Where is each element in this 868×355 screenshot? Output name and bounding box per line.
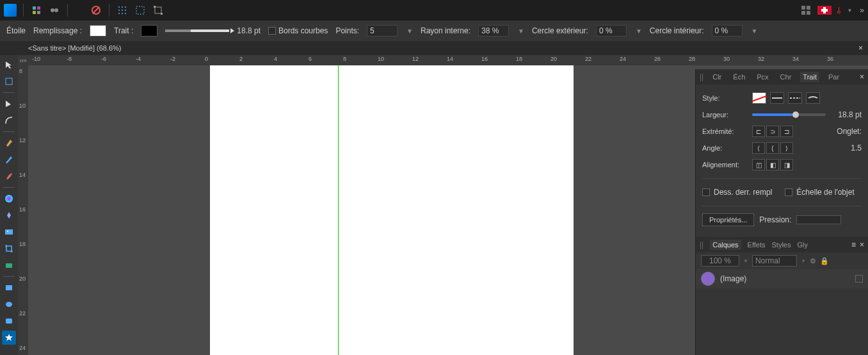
fill-swatch[interactable] — [90, 25, 106, 37]
move-tool-icon[interactable] — [2, 58, 16, 72]
tab-stroke[interactable]: Trait — [800, 72, 819, 82]
fill-tool-icon[interactable] — [2, 192, 16, 206]
layer-gear-icon[interactable]: ⚙ — [810, 257, 816, 265]
cap-square-button[interactable]: ⊐ — [780, 126, 793, 137]
svg-point-31 — [6, 302, 12, 307]
corner-tool-icon[interactable] — [2, 113, 16, 128]
cap-round-button[interactable]: ⊃ — [766, 126, 779, 137]
ellipse-tool-icon[interactable] — [2, 297, 16, 311]
stroke-swatch[interactable] — [141, 25, 157, 37]
layer-visibility-checkbox[interactable] — [855, 275, 863, 283]
canvas-page[interactable] — [210, 65, 574, 355]
place-image-tool-icon[interactable] — [2, 225, 16, 239]
document-title[interactable]: <Sans titre> [Modifié] (68.6%) — [28, 44, 122, 52]
join-label: Angle: — [702, 144, 747, 152]
layer-thumbnail-icon — [701, 272, 715, 286]
more-icon[interactable]: » — [860, 6, 864, 15]
pressure-label: Pression: — [759, 215, 791, 224]
panel-menu-icon[interactable]: ≡ — [851, 240, 856, 249]
inner-radius-input[interactable] — [478, 25, 509, 37]
svg-point-9 — [122, 6, 123, 8]
align-outside-button[interactable]: ◨ — [780, 159, 793, 170]
vector-crop-tool-icon[interactable] — [2, 258, 16, 272]
swiss-flag-icon[interactable] — [817, 6, 832, 15]
svg-line-7 — [93, 7, 99, 13]
svg-point-26 — [5, 195, 13, 202]
style-solid-button[interactable] — [770, 92, 784, 104]
style-brush-button[interactable] — [806, 92, 820, 104]
tab-color[interactable]: Clr — [710, 72, 724, 82]
outer-circle-input[interactable] — [596, 25, 627, 37]
layer-blend-select[interactable] — [752, 255, 797, 267]
svg-point-10 — [125, 6, 126, 8]
svg-point-15 — [122, 13, 123, 14]
tab-paragraph[interactable]: Par — [826, 72, 842, 82]
star-tool-icon[interactable] — [2, 331, 16, 345]
ruler-unit-label: cm — [18, 55, 28, 65]
tab-styles[interactable]: Styles — [772, 241, 791, 249]
stroke-panel-tabs: || Clr Éch Pcx Chr Trait Par × — [696, 69, 868, 85]
draw-behind-checkbox[interactable]: Dess. derr. rempl — [702, 188, 772, 197]
panel-close-icon[interactable]: × — [860, 72, 864, 81]
pencil-tool-icon[interactable] — [2, 153, 16, 167]
transform-icon[interactable] — [152, 4, 165, 17]
join-miter-button[interactable]: ⟨ — [752, 142, 765, 154]
style-none-button[interactable] — [752, 92, 766, 104]
align-center-button[interactable]: ◫ — [752, 159, 765, 170]
stroke-preview-icon[interactable] — [165, 29, 229, 32]
view-grid-icon[interactable] — [800, 4, 812, 17]
horizontal-ruler[interactable]: -10-8-6-4-202468101214161820222426283032… — [28, 55, 868, 65]
layer-name: (Image) — [720, 274, 746, 283]
pen-tool-icon[interactable] — [2, 136, 16, 150]
magnet-snap-icon[interactable]: ⫰ — [837, 4, 842, 16]
stroke-width-slider[interactable] — [752, 113, 826, 116]
grid-dotted-icon[interactable] — [116, 4, 129, 17]
inner-circle-input[interactable] — [712, 25, 743, 37]
tab-brushes[interactable]: Pcx — [754, 72, 771, 82]
rounded-rect-tool-icon[interactable] — [2, 314, 16, 328]
miter-value[interactable]: 1.5 — [831, 144, 862, 153]
grid-dashed-icon[interactable] — [134, 4, 147, 17]
svg-rect-18 — [155, 7, 161, 13]
node-tool-icon[interactable] — [2, 97, 16, 111]
persona-designer-icon[interactable] — [30, 4, 43, 17]
artboard-tool-icon[interactable] — [2, 74, 16, 88]
points-input[interactable] — [367, 25, 398, 37]
join-round-button[interactable]: ( — [766, 142, 779, 154]
vertical-ruler[interactable]: 81012141618202224 — [18, 65, 28, 355]
join-bevel-button[interactable]: ⟩ — [780, 142, 793, 154]
cap-butt-button[interactable]: ⊏ — [752, 126, 765, 137]
svg-rect-30 — [6, 285, 12, 290]
crop-tool-icon[interactable] — [2, 242, 16, 256]
curved-edges-checkbox[interactable]: Bords courbes — [268, 26, 328, 35]
snap-dropdown-icon[interactable]: ▼ — [847, 8, 852, 13]
properties-button[interactable]: Propriétés... — [702, 213, 754, 226]
stroke-width-value[interactable]: 18.8 pt — [237, 26, 261, 35]
tab-layers[interactable]: Calques — [710, 240, 741, 250]
tab-effects[interactable]: Effets — [748, 241, 766, 249]
layer-item[interactable]: (Image) — [696, 269, 868, 288]
no-sync-icon[interactable] — [90, 4, 102, 17]
brush-tool-icon[interactable] — [2, 169, 16, 183]
width-label: Largeur: — [702, 111, 747, 119]
tab-swatches[interactable]: Éch — [730, 72, 748, 82]
tab-glyphs[interactable]: Gly — [798, 241, 808, 249]
rectangle-tool-icon[interactable] — [2, 281, 16, 295]
svg-point-28 — [7, 231, 8, 232]
layer-lock-icon[interactable]: 🔒 — [820, 257, 829, 265]
tab-character[interactable]: Chr — [778, 72, 794, 82]
layer-opacity-input[interactable] — [701, 255, 739, 267]
scale-object-checkbox[interactable]: Échelle de l'objet — [785, 188, 854, 197]
pressure-curve-button[interactable] — [796, 215, 841, 224]
transparency-tool-icon[interactable] — [2, 208, 16, 222]
svg-rect-27 — [5, 229, 13, 235]
canvas-guide[interactable] — [338, 65, 339, 355]
style-dashed-button[interactable] — [788, 92, 802, 104]
align-inside-button[interactable]: ◧ — [766, 159, 779, 170]
close-document-icon[interactable]: × — [858, 44, 863, 53]
svg-rect-22 — [807, 6, 810, 10]
svg-point-5 — [54, 8, 58, 12]
canvas-viewport[interactable]: cm -10-8-6-4-202468101214161820222426283… — [18, 55, 868, 355]
persona-liquify-icon[interactable] — [48, 4, 61, 17]
panel-close-icon[interactable]: × — [860, 240, 864, 249]
